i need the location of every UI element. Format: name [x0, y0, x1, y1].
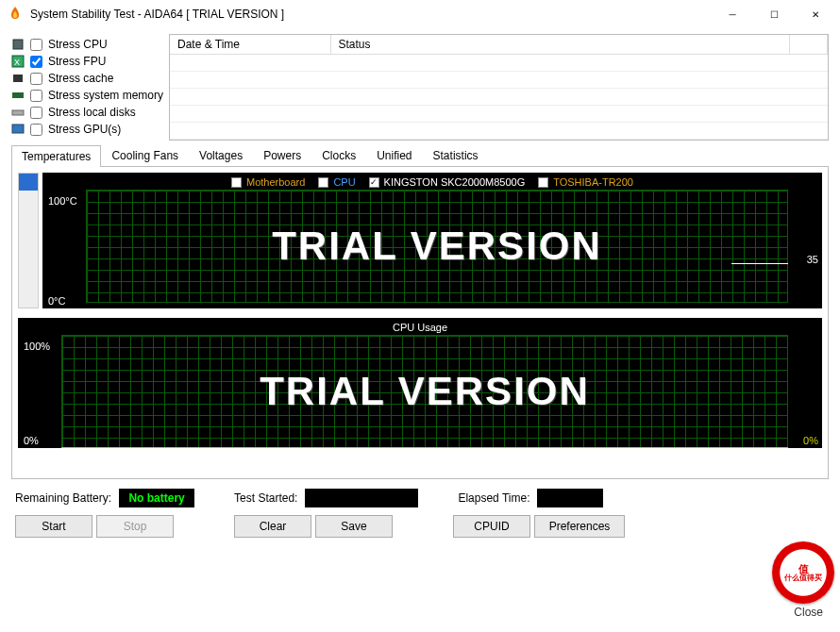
gpu-icon: [11, 123, 25, 136]
legend-kingston[interactable]: ✓KINGSTON SKC2000M8500G: [369, 176, 526, 188]
opt-stress-memory[interactable]: Stress system memory: [11, 89, 163, 102]
slider-thumb[interactable]: [19, 174, 38, 191]
start-button[interactable]: Start: [15, 515, 92, 538]
window-title: System Stability Test - AIDA64 [ TRIAL V…: [30, 8, 712, 21]
y-axis-top: 100°C: [48, 195, 77, 207]
minimize-button[interactable]: ─: [712, 0, 753, 28]
preferences-button[interactable]: Preferences: [534, 515, 625, 538]
chart-legend: Motherboard CPU ✓KINGSTON SKC2000M8500G …: [42, 173, 822, 190]
table-row: [170, 123, 827, 140]
temperature-chart: Motherboard CPU ✓KINGSTON SKC2000M8500G …: [42, 173, 822, 308]
legend-cpu[interactable]: CPU: [318, 176, 355, 188]
checkbox-stress-memory[interactable]: [30, 90, 42, 102]
cpu-usage-chart: CPU Usage 100% TRIAL VERSION 0% 0%: [18, 318, 822, 448]
stop-button[interactable]: Stop: [96, 515, 174, 538]
clear-button[interactable]: Clear: [234, 515, 311, 538]
tab-bar: Temperatures Cooling Fans Voltages Power…: [11, 144, 829, 167]
opt-stress-fpu[interactable]: XStress FPU: [11, 55, 163, 68]
col-status[interactable]: Status: [330, 35, 789, 55]
tab-statistics[interactable]: Statistics: [423, 144, 489, 166]
app-icon: [8, 7, 23, 22]
trace-line: [731, 263, 788, 264]
status-row: Remaining Battery: No battery Test Start…: [11, 479, 829, 513]
svg-rect-3: [13, 75, 23, 82]
legend-toshiba[interactable]: TOSHIBA-TR200: [538, 176, 633, 188]
cpu-icon: [11, 38, 25, 51]
memory-icon: [11, 89, 25, 102]
checkbox-stress-cache[interactable]: [30, 73, 42, 85]
tab-clocks[interactable]: Clocks: [311, 144, 366, 166]
opt-label: Stress FPU: [48, 55, 106, 68]
table-row: [170, 106, 827, 123]
current-value: 35: [807, 254, 818, 265]
titlebar: System Stability Test - AIDA64 [ TRIAL V…: [0, 0, 840, 28]
save-button[interactable]: Save: [315, 515, 393, 538]
col-datetime[interactable]: Date & Time: [170, 35, 330, 55]
cpuid-button[interactable]: CPUID: [453, 515, 530, 538]
tab-cooling-fans[interactable]: Cooling Fans: [101, 144, 189, 166]
opt-stress-disks[interactable]: Stress local disks: [11, 106, 163, 119]
opt-label: Stress CPU: [48, 38, 108, 51]
cache-icon: [11, 72, 25, 85]
table-row: [170, 55, 827, 72]
y-axis-bot: 0°C: [48, 295, 65, 307]
checkbox-stress-disks[interactable]: [30, 107, 42, 119]
elapsed-value: [537, 489, 603, 507]
opt-stress-cache[interactable]: Stress cache: [11, 72, 163, 85]
y-axis-bot: 0%: [24, 435, 39, 446]
checkbox-stress-cpu[interactable]: [30, 39, 42, 51]
opt-label: Stress system memory: [48, 89, 163, 102]
tab-temperatures[interactable]: Temperatures: [11, 145, 101, 167]
opt-stress-gpu[interactable]: Stress GPU(s): [11, 123, 163, 136]
tab-voltages[interactable]: Voltages: [189, 144, 253, 166]
elapsed-label: Elapsed Time:: [458, 491, 529, 505]
y-axis-top: 100%: [24, 341, 50, 352]
sensor-slider[interactable]: [18, 173, 39, 308]
battery-label: Remaining Battery:: [15, 491, 111, 505]
tab-unified[interactable]: Unified: [366, 144, 422, 166]
chart-title: CPU Usage: [18, 318, 822, 335]
svg-rect-0: [13, 40, 23, 49]
smzdm-badge-icon: 值什么值得买: [772, 541, 834, 604]
table-row: [170, 72, 827, 89]
maximize-button[interactable]: ☐: [753, 0, 795, 28]
button-row: Start Stop Clear Save CPUID Preferences: [11, 513, 829, 541]
trace-line: [61, 447, 788, 448]
log-table: Date & TimeStatus: [169, 34, 829, 141]
checkbox-stress-gpu[interactable]: [30, 124, 42, 136]
svg-text:X: X: [14, 58, 20, 67]
svg-rect-6: [12, 125, 24, 133]
opt-label: Stress cache: [48, 72, 113, 85]
svg-rect-5: [12, 110, 24, 115]
close-button[interactable]: ✕: [795, 0, 836, 28]
checkbox-stress-fpu[interactable]: [30, 56, 42, 68]
opt-label: Stress GPU(s): [48, 123, 121, 136]
stress-options: Stress CPU XStress FPU Stress cache Stre…: [11, 34, 163, 141]
legend-motherboard[interactable]: Motherboard: [231, 176, 305, 188]
svg-rect-4: [12, 92, 24, 98]
close-text[interactable]: Close: [794, 606, 823, 619]
table-row: [170, 89, 827, 106]
started-label: Test Started:: [234, 491, 297, 505]
battery-value: No battery: [119, 489, 194, 507]
opt-label: Stress local disks: [48, 106, 136, 119]
fpu-icon: X: [11, 55, 25, 68]
current-value: 0%: [803, 435, 818, 446]
disk-icon: [11, 106, 25, 119]
opt-stress-cpu[interactable]: Stress CPU: [11, 38, 163, 51]
started-value: [305, 489, 418, 507]
tab-powers[interactable]: Powers: [253, 144, 311, 166]
